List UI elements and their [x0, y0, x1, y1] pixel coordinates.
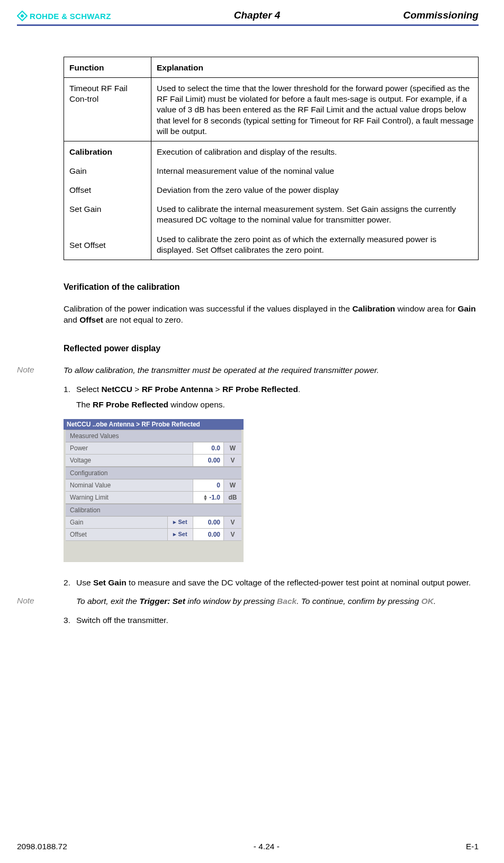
text: . [298, 385, 300, 394]
gain-unit: V [223, 517, 241, 528]
offset-label: Offset [69, 185, 147, 195]
row-nominal[interactable]: Nominal Value 0 W [66, 479, 241, 492]
text-bold: Trigger: Set [139, 597, 185, 606]
setoffset-exp: Used to calibrate the zero point as of w… [157, 234, 474, 255]
table-cell-calibration-group: Calibration Gain Offset Set Gain Set Off… [64, 141, 151, 260]
note-text: To allow calibration, the transmitter mu… [64, 365, 379, 376]
power-unit: W [223, 442, 241, 454]
text-bold: RF Probe Reflected [222, 385, 298, 394]
gain-label: Gain [69, 166, 147, 176]
steps-list: Select NetCCU > RF Probe Antenna > RF Pr… [64, 384, 479, 411]
row-offset: Offset ▸ Set 0.00 V [66, 529, 241, 541]
text-bold: Offset [79, 315, 103, 324]
panel-section-config: Configuration [66, 467, 241, 479]
voltage-label: Voltage [66, 455, 193, 466]
page-title: Commissioning [403, 10, 479, 21]
text-bold: RF Probe Antenna [142, 385, 213, 394]
chapter-label: Chapter 4 [234, 10, 281, 21]
offset-unit: V [223, 529, 241, 540]
step-1: Select NetCCU > RF Probe Antenna > RF Pr… [64, 384, 479, 411]
brand-logo-icon [17, 11, 28, 21]
gain-row-label: Gain [66, 517, 167, 528]
gain-set-button[interactable]: ▸ Set [167, 517, 193, 528]
text-bold: Set Gain [93, 578, 127, 587]
nominal-label: Nominal Value [66, 479, 193, 491]
panel-section-measured: Measured Values [66, 430, 241, 442]
text: . To continue, confirm by pressing [296, 597, 421, 606]
rf-probe-panel: NetCCU ..obe Antenna > RF Probe Reflecte… [64, 419, 244, 562]
panel-title: NetCCU ..obe Antenna > RF Probe Reflecte… [64, 419, 244, 430]
offset-exp: Deviation from the zero value of the pow… [157, 185, 474, 195]
footer-left: 2098.0188.72 [17, 842, 67, 851]
setoffset-label: Set Offset [69, 240, 147, 251]
set-text: Set [178, 531, 187, 537]
header-rule [17, 24, 479, 26]
spinner-icon[interactable]: ▲▼ [203, 495, 208, 501]
power-value: 0.0 [193, 442, 223, 454]
voltage-unit: V [223, 455, 241, 466]
row-gain: Gain ▸ Set 0.00 V [66, 517, 241, 529]
brand-text: ROHDE & SCHWARZ [30, 12, 111, 21]
text: The [76, 400, 93, 409]
warning-unit: dB [223, 492, 241, 503]
note-block: Note To allow calibration, the transmitt… [64, 365, 479, 376]
table-row: Timeout RF Fail Con-trol Used to select … [64, 78, 479, 141]
setgain-label: Set Gain [69, 204, 147, 215]
table-row: Calibration Gain Offset Set Gain Set Off… [64, 141, 479, 260]
warning-value[interactable]: ▲▼-1.0 [193, 492, 223, 503]
text: to measure and save the DC voltage of th… [127, 578, 471, 587]
text: . [434, 597, 436, 606]
note-label: Note [17, 365, 64, 376]
offset-set-button[interactable]: ▸ Set [167, 529, 193, 540]
text: info window by pressing [185, 597, 277, 606]
steps-list-cont: Use Set Gain to measure and save the DC … [64, 577, 479, 589]
power-label: Power [66, 442, 193, 454]
gain-value: 0.00 [193, 517, 223, 528]
table-cell-calibration-exp: Execution of calibration and display of … [151, 141, 479, 260]
table-header-explanation: Explanation [151, 57, 479, 78]
note-label: Note [17, 596, 64, 607]
note-text-2: To abort, exit the Trigger: Set info win… [64, 596, 436, 607]
cal-exp: Execution of calibration and display of … [157, 147, 474, 157]
text-bold: NetCCU [101, 385, 132, 394]
row-voltage: Voltage 0.00 V [66, 455, 241, 467]
text: Calibration of the power indication was … [64, 304, 352, 313]
table-cell-timeout-exp: Used to select the time that the lower t… [151, 78, 479, 141]
page-header: ROHDE & SCHWARZ Chapter 4 Commissioning [17, 10, 479, 23]
footer-center: - 4.24 - [254, 842, 280, 851]
nominal-value[interactable]: 0 [193, 479, 223, 491]
warning-value-text: -1.0 [209, 494, 220, 501]
nominal-unit: W [223, 479, 241, 491]
gain-exp: Internal measurement value of the nomina… [157, 166, 474, 176]
warning-label: Warning Limit [66, 492, 193, 503]
row-warning-limit[interactable]: Warning Limit ▲▼-1.0 dB [66, 492, 241, 504]
table-cell-timeout: Timeout RF Fail Con-trol [64, 78, 151, 141]
function-table: Function Explanation Timeout RF Fail Con… [64, 57, 479, 260]
row-power: Power 0.0 W [66, 442, 241, 455]
text: and [64, 315, 79, 324]
step-1-sub: The RF Probe Reflected window opens. [76, 399, 479, 411]
table-header-function: Function [64, 57, 151, 78]
set-text: Set [178, 519, 187, 525]
text-bold: Calibration [352, 304, 395, 313]
panel-section-calibration: Calibration [66, 504, 241, 517]
table-header-row: Function Explanation [64, 57, 479, 78]
text: Select [76, 385, 101, 394]
footer-right: E-1 [466, 842, 479, 851]
setgain-exp: Used to calibrate the internal measureme… [157, 204, 474, 225]
text-gray: OK [421, 597, 434, 606]
text: To abort, exit the [76, 597, 139, 606]
svg-point-1 [21, 14, 24, 17]
main-content: Function Explanation Timeout RF Fail Con… [64, 57, 479, 626]
note-block-2: Note To abort, exit the Trigger: Set inf… [64, 596, 479, 607]
offset-value: 0.00 [193, 529, 223, 540]
text: > [213, 385, 222, 394]
steps-list-cont2: Switch off the transmitter. [64, 615, 479, 626]
verification-paragraph: Calibration of the power indication was … [64, 304, 479, 326]
text: are not equal to zero. [103, 315, 183, 324]
text: > [132, 385, 142, 394]
voltage-value: 0.00 [193, 455, 223, 466]
cal-label: Calibration [69, 147, 147, 157]
text-bold: RF Probe Reflected [93, 400, 168, 409]
text: Use [76, 578, 93, 587]
